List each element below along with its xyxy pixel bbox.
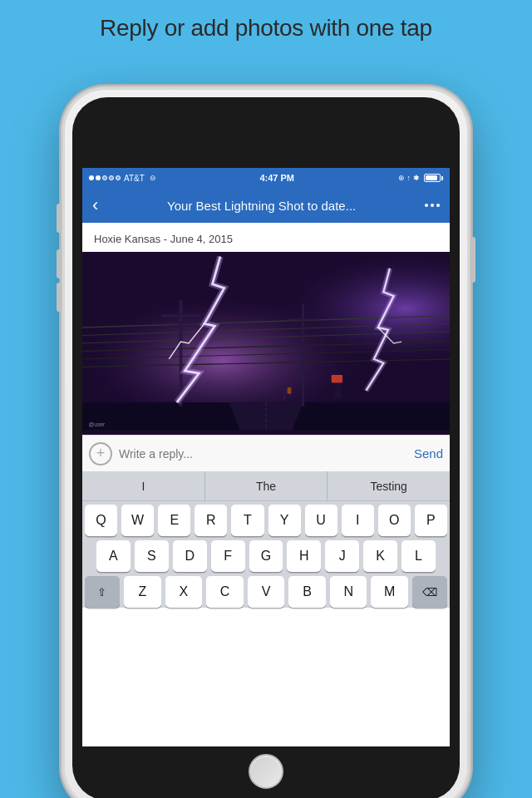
more-dot-3 xyxy=(436,204,440,207)
signal-dots xyxy=(89,175,121,180)
key-row-2: A S D F G H J K L xyxy=(85,540,447,572)
more-dot-1 xyxy=(425,204,428,207)
svg-rect-20 xyxy=(288,387,292,394)
key-s[interactable]: S xyxy=(135,540,169,572)
svg-rect-18 xyxy=(332,375,342,382)
key-y[interactable]: Y xyxy=(268,505,301,536)
key-h[interactable]: H xyxy=(287,540,321,572)
phone-shell: AT&T ⊖ 4:47 PM ⊕ ↑ ✱ xyxy=(62,87,470,798)
key-shift[interactable]: ⇧ xyxy=(85,576,120,608)
key-z[interactable]: Z xyxy=(124,576,161,608)
key-k[interactable]: K xyxy=(363,540,397,572)
location-icon: ⊕ xyxy=(398,174,405,182)
key-d[interactable]: D xyxy=(173,540,207,572)
home-button[interactable] xyxy=(249,754,283,789)
signal-dot-4 xyxy=(109,175,114,180)
key-m[interactable]: M xyxy=(371,576,408,608)
svg-text:@user: @user xyxy=(89,421,106,427)
key-j[interactable]: J xyxy=(325,540,359,572)
status-time: 4:47 PM xyxy=(259,173,294,183)
more-button[interactable] xyxy=(425,204,440,207)
key-c[interactable]: C xyxy=(206,576,244,608)
nav-title: Your Best Lightning Shot to date... xyxy=(106,199,416,213)
battery-fill xyxy=(426,175,437,180)
battery-body xyxy=(424,174,441,182)
key-w[interactable]: W xyxy=(121,505,154,536)
key-b[interactable]: B xyxy=(288,576,326,608)
key-p[interactable]: P xyxy=(415,505,447,536)
signal-dot-3 xyxy=(102,175,107,180)
suggestion-the[interactable]: The xyxy=(205,471,328,500)
post-location-date: Hoxie Kansas - June 4, 2015 xyxy=(82,223,450,252)
bluetooth-icon: ✱ xyxy=(413,174,420,182)
add-media-button[interactable]: + xyxy=(89,442,112,466)
status-right: ⊕ ↑ ✱ xyxy=(398,174,444,182)
lightning-photo: @user xyxy=(82,252,450,435)
back-button[interactable]: ‹ xyxy=(92,196,98,214)
keyboard-suggestions: I The Testing xyxy=(82,471,450,501)
key-f[interactable]: F xyxy=(211,540,245,572)
nav-bar: ‹ Your Best Lightning Shot to date... xyxy=(82,188,450,223)
reply-input[interactable] xyxy=(119,447,407,461)
suggestion-testing[interactable]: Testing xyxy=(328,471,450,500)
carrier-label: AT&T xyxy=(124,174,145,183)
key-r[interactable]: R xyxy=(195,505,227,536)
key-a[interactable]: A xyxy=(96,540,131,572)
more-dot-2 xyxy=(431,204,434,207)
key-v[interactable]: V xyxy=(248,576,285,608)
key-o[interactable]: O xyxy=(378,505,411,536)
key-backspace[interactable]: ⌫ xyxy=(412,576,447,608)
key-t[interactable]: T xyxy=(231,505,264,536)
signal-dot-2 xyxy=(96,175,101,180)
lightning-svg: @user xyxy=(82,252,450,435)
suggestion-i[interactable]: I xyxy=(82,471,205,500)
signal-dot-5 xyxy=(116,175,121,180)
key-g[interactable]: G xyxy=(249,540,283,572)
key-e[interactable]: E xyxy=(158,505,190,536)
key-l[interactable]: L xyxy=(401,540,436,572)
key-n[interactable]: N xyxy=(330,576,367,608)
key-row-1: Q W E R T Y U I O P xyxy=(85,505,447,536)
status-left: AT&T ⊖ xyxy=(89,174,156,183)
key-row-3: ⇧ Z X C V B N M ⌫ xyxy=(85,576,447,608)
signal-dot-1 xyxy=(89,175,94,180)
keyboard: Q W E R T Y U I O P A S D F G H xyxy=(82,501,450,608)
arrow-icon: ↑ xyxy=(407,174,411,182)
battery-tip xyxy=(441,176,443,180)
status-bar: AT&T ⊖ 4:47 PM ⊕ ↑ ✱ xyxy=(82,168,450,188)
battery-icon xyxy=(422,174,443,182)
phone-face: AT&T ⊖ 4:47 PM ⊕ ↑ ✱ xyxy=(72,97,460,798)
send-button[interactable]: Send xyxy=(414,446,443,461)
svg-rect-19 xyxy=(283,389,286,401)
key-u[interactable]: U xyxy=(305,505,337,536)
key-x[interactable]: X xyxy=(165,576,203,608)
reply-bar: + Send xyxy=(82,435,450,471)
wifi-icon: ⊖ xyxy=(150,174,156,182)
key-q[interactable]: Q xyxy=(85,505,117,536)
page-header: Reply or add photos with one tap xyxy=(0,0,532,53)
key-i[interactable]: I xyxy=(342,505,374,536)
phone-screen: AT&T ⊖ 4:47 PM ⊕ ↑ ✱ xyxy=(82,168,450,746)
